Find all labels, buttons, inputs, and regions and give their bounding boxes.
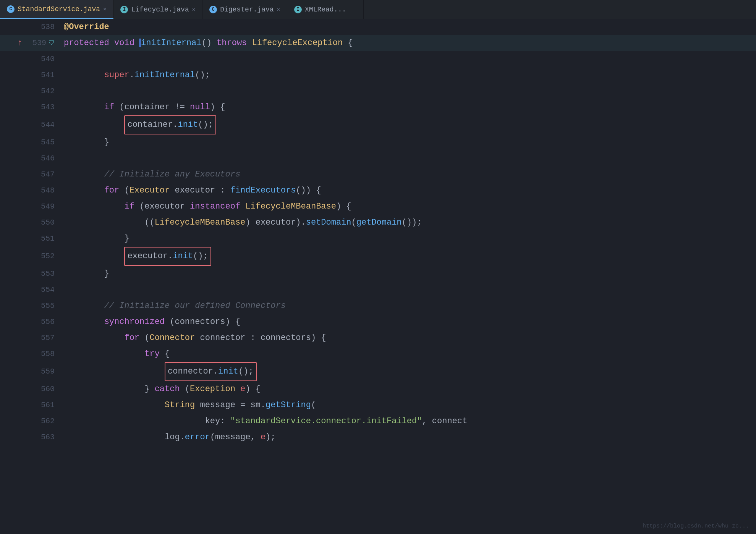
content-551: } [59, 231, 756, 247]
linenum-554: 554 [34, 282, 55, 298]
gutter-554: 554 [0, 282, 59, 298]
content-547: // Initialize any Executors [59, 167, 756, 183]
tab-digester[interactable]: C Digester.java ✕ [202, 0, 287, 19]
gutter-538: 538 [0, 19, 59, 35]
tab-lifecycle[interactable]: I Lifecycle.java ✕ [113, 0, 202, 19]
code-line-550: 550 ((LifecycleMBeanBase) executor).setD… [0, 215, 756, 231]
arrow-up-icon: ↑ [17, 35, 23, 51]
linenum-551: 551 [34, 231, 55, 247]
code-line-544: 544 container.init(); [0, 115, 756, 134]
tab-icon-i2: I [294, 6, 302, 13]
gutter-563: 563 [0, 429, 59, 445]
gutter-550: 550 [0, 215, 59, 231]
linenum-548: 548 [34, 183, 55, 199]
content-555: // Initialize our defined Connectors [59, 298, 756, 314]
linenum-546: 546 [34, 150, 55, 167]
linenum-544: 544 [34, 117, 55, 133]
content-545: } [59, 134, 756, 150]
content-542 [59, 83, 756, 99]
linenum-543: 543 [34, 99, 55, 115]
linenum-550: 550 [34, 215, 55, 231]
code-line-563: 563 log.error(message, e); [0, 429, 756, 445]
content-559: connector.init(); [59, 362, 756, 381]
linenum-559: 559 [34, 364, 55, 380]
code-line-560: 560 } catch (Exception e) { [0, 381, 756, 397]
code-line-561: 561 String message = sm.getString( [0, 397, 756, 413]
code-line-559: 559 connector.init(); [0, 362, 756, 381]
code-line-551: 551 } [0, 231, 756, 247]
code-line-548: 548 for (Executor executor : findExecuto… [0, 183, 756, 199]
linenum-557: 557 [34, 330, 55, 346]
code-line-562: 562 key: "standardService.connector.init… [0, 413, 756, 429]
linenum-556: 556 [34, 314, 55, 330]
gutter-557: 557 [0, 330, 59, 346]
code-line-556: 556 synchronized (connectors) { [0, 314, 756, 330]
linenum-558: 558 [34, 346, 55, 362]
code-line-545: 545 } [0, 134, 756, 150]
linenum-560: 560 [34, 381, 55, 397]
tab-label-4: XMLRead... [305, 6, 346, 13]
content-540 [59, 51, 756, 67]
tabs-bar: C StandardService.java ✕ I Lifecycle.jav… [0, 0, 756, 19]
linenum-552: 552 [34, 248, 55, 264]
gutter-551: 551 [0, 231, 59, 247]
linenum-545: 545 [34, 134, 55, 150]
code-line-546: 546 [0, 150, 756, 167]
code-line-539: ↑ 539 🛡 protected void initInternal() th… [0, 35, 756, 51]
code-line-543: 543 if (container != null) { [0, 99, 756, 115]
linenum-539: 539 [25, 35, 46, 51]
tab-label-2: Lifecycle.java [131, 6, 189, 13]
content-563: log.error(message, e); [59, 429, 756, 445]
content-552: executor.init(); [59, 247, 756, 266]
content-544: container.init(); [59, 115, 756, 134]
close-icon-2[interactable]: ✕ [192, 6, 195, 13]
content-548: for (Executor executor : findExecutors()… [59, 183, 756, 199]
linenum-547: 547 [34, 167, 55, 183]
code-line-555: 555 // Initialize our defined Connectors [0, 298, 756, 314]
content-554 [59, 282, 756, 298]
tab-label-3: Digester.java [220, 6, 274, 13]
gutter-552: 552 [0, 247, 59, 266]
close-icon-1[interactable]: ✕ [103, 6, 106, 12]
linenum-555: 555 [34, 298, 55, 314]
content-556: synchronized (connectors) { [59, 314, 756, 330]
tab-label-1: StandardService.java [18, 5, 100, 13]
content-557: for (Connector connector : connectors) { [59, 330, 756, 346]
content-558: try { [59, 346, 756, 362]
linenum-540: 540 [34, 51, 55, 67]
linenum-563: 563 [34, 429, 55, 445]
tab-icon-c1: C [7, 5, 15, 13]
code-line-553: 553 } [0, 266, 756, 282]
tab-standardservice[interactable]: C StandardService.java ✕ [0, 0, 113, 19]
code-line-549: 549 if (executor instanceof LifecycleMBe… [0, 199, 756, 215]
close-icon-3[interactable]: ✕ [277, 6, 280, 13]
gutter-555: 555 [0, 298, 59, 314]
gutter-559: 559 [0, 362, 59, 381]
content-546 [59, 150, 756, 167]
gutter-560: 560 [0, 381, 59, 397]
code-line-538: 538 @Override [0, 19, 756, 35]
gutter-561: 561 [0, 397, 59, 413]
shield-icon: 🛡 [49, 35, 55, 51]
code-line-540: 540 [0, 51, 756, 67]
gutter-539: ↑ 539 🛡 [0, 35, 59, 51]
content-541: super.initInternal(); [59, 67, 756, 83]
code-line-554: 554 [0, 282, 756, 298]
code-line-542: 542 [0, 83, 756, 99]
watermark: https://blog.csdn.net/whu_zc... [643, 523, 749, 529]
content-560: } catch (Exception e) { [59, 381, 756, 397]
gutter-548: 548 [0, 183, 59, 199]
gutter-545: 545 [0, 134, 59, 150]
linenum-549: 549 [34, 199, 55, 215]
gutter-543: 543 [0, 99, 59, 115]
gutter-542: 542 [0, 83, 59, 99]
linenum-542: 542 [34, 83, 55, 99]
code-line-552: 552 executor.init(); [0, 247, 756, 266]
gutter-558: 558 [0, 346, 59, 362]
code-line-547: 547 // Initialize any Executors [0, 167, 756, 183]
content-539: protected void initInternal() throws Lif… [59, 35, 756, 51]
content-562: key: "standardService.connector.initFail… [59, 413, 756, 429]
tab-xmlread[interactable]: I XMLRead... [287, 0, 364, 19]
linenum-561: 561 [34, 397, 55, 413]
content-550: ((LifecycleMBeanBase) executor).setDomai… [59, 215, 756, 231]
